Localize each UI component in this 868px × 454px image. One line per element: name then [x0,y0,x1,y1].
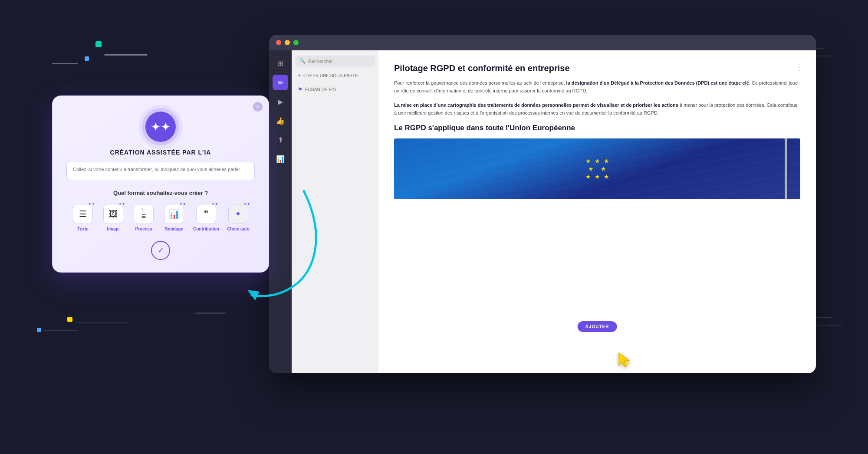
format-label-process: Process [135,227,152,231]
end-screen-label: ÉCRAN DE FIN [305,87,336,92]
content-area: ⋮ Pilotage RGPD et conformité en entrepr… [378,50,816,373]
svg-marker-2 [247,290,260,300]
window-dot-min [285,40,290,45]
sparkle-sondage: ✦✦ [179,202,186,206]
sparkle-choix-auto: ✦✦ [243,202,250,206]
create-subpart-label: CRÉER UNE SOUS-PARTIE [303,73,359,78]
content-paragraph-1: Pour renforcer la gouvernance des donnée… [394,79,800,95]
sidebar-icons: ⊞ ✏ ▶ 👍 ⬆ 📊 [269,50,292,373]
format-icon-contribution: " ✦✦ [196,204,216,224]
content-subtitle: Le RGPD s'applique dans toute l'Union Eu… [394,124,800,132]
window-header [269,35,816,50]
plus-icon: + [298,72,301,79]
sidebar-icon-grid[interactable]: ⊞ [273,56,288,71]
format-question: Quel format souhaitez-vous créer ? [66,190,255,196]
deco-dot-4 [67,317,72,322]
search-icon: 🔍 [299,58,306,64]
sondage-icon: 📊 [169,209,180,219]
end-screen-action[interactable]: ⚑ ÉCRAN DE FIN [295,85,375,94]
modal-title: CRÉATION ASSISTÉE PAR L'IA [66,149,255,156]
sidebar-icon-share[interactable]: ⬆ [273,132,288,148]
modal-ai-icon: ✦✦ [145,112,176,142]
format-label-choix-auto: Choix auto [227,227,250,231]
sidebar-icon-video[interactable]: ▶ [273,94,288,109]
ajouter-button[interactable]: AJOUTER [578,321,617,332]
format-label-contribution: Contribution [193,227,219,231]
format-option-texte[interactable]: ☰ ✦✦ Texte [72,204,94,231]
eu-flag-image: ★ ★ ★ ★ ★ ★ ★ ★ [394,138,800,199]
sidebar-icon-edit[interactable]: ✏ [273,75,288,90]
deco-line-1 [104,54,148,56]
deco-dot-5 [37,328,41,332]
sparkle-image: ✦✦ [118,202,125,206]
sidebar-icon-chart[interactable]: 📊 [273,151,288,167]
format-option-sondage[interactable]: 📊 ✦✦ Sondage [163,204,185,231]
sidebar-icon-like[interactable]: 👍 [273,113,288,128]
sparkle-contribution: ✦✦ [211,202,218,206]
format-icon-sondage: 📊 ✦✦ [164,204,184,224]
create-subpart-action[interactable]: + CRÉER UNE SOUS-PARTIE [295,71,375,80]
choix-auto-icon: ✦ [235,209,241,219]
window-dot-close [276,40,281,45]
format-icon-image: 🖼 ✦✦ [103,204,123,224]
confirm-btn-container: ✓ [66,241,255,260]
format-option-choix-auto[interactable]: ✦ ✦✦ Choix auto [227,204,250,231]
search-bar[interactable]: 🔍 Rechercher [295,56,375,66]
deco-line-7 [43,330,78,331]
format-icon-choix-auto: ✦ ✦✦ [228,204,248,224]
content-title: Pilotage RGPD et conformité en entrepris… [394,63,800,73]
deco-line-2 [52,63,78,64]
deco-line-6 [76,322,128,323]
format-option-process[interactable]: 1 ≡ Process [132,204,155,231]
app-window: ⊞ ✏ ▶ 👍 ⬆ 📊 🔍 Rechercher + CRÉER UNE SOU… [269,35,816,373]
format-icon-process: 1 ≡ [134,204,154,224]
search-placeholder: Rechercher [308,59,333,64]
modal-close-button[interactable]: × [253,102,263,112]
content-paragraph-2: La mise en place d'une cartographie des … [394,102,800,117]
window-dot-max [293,40,299,45]
sparkles-icon: ✦✦ [151,120,171,134]
process-icon: 1 ≡ [141,208,146,220]
more-menu-button[interactable]: ⋮ [795,63,803,72]
sparkle-texte: ✦✦ [88,202,95,206]
deco-dot-1 [95,41,102,47]
format-label-sondage: Sondage [165,227,183,231]
contribution-icon: " [204,208,208,220]
image-icon: 🖼 [109,209,118,219]
flag-icon: ⚑ [298,86,302,92]
format-label-texte: Texte [77,227,88,231]
format-icon-texte: ☰ ✦✦ [73,204,93,224]
app-window-body: ⊞ ✏ ▶ 👍 ⬆ 📊 🔍 Rechercher + CRÉER UNE SOU… [269,50,816,373]
format-option-contribution[interactable]: " ✦✦ Contribution [193,204,219,231]
format-options-container: ☰ ✦✦ Texte 🖼 ✦✦ Image 1 ≡ Process [66,204,255,231]
content-input[interactable] [66,162,255,180]
deco-dot-2 [85,56,89,61]
left-panel: 🔍 Rechercher + CRÉER UNE SOUS-PARTIE ⚑ É… [292,50,378,373]
format-option-image[interactable]: 🖼 ✦✦ Image [102,204,125,231]
format-label-image: Image [107,227,120,231]
confirm-button[interactable]: ✓ [151,241,170,260]
ai-modal: × ✦✦ CRÉATION ASSISTÉE PAR L'IA Quel for… [52,95,269,273]
texte-icon: ☰ [79,209,87,219]
deco-dot-6 [195,313,226,314]
